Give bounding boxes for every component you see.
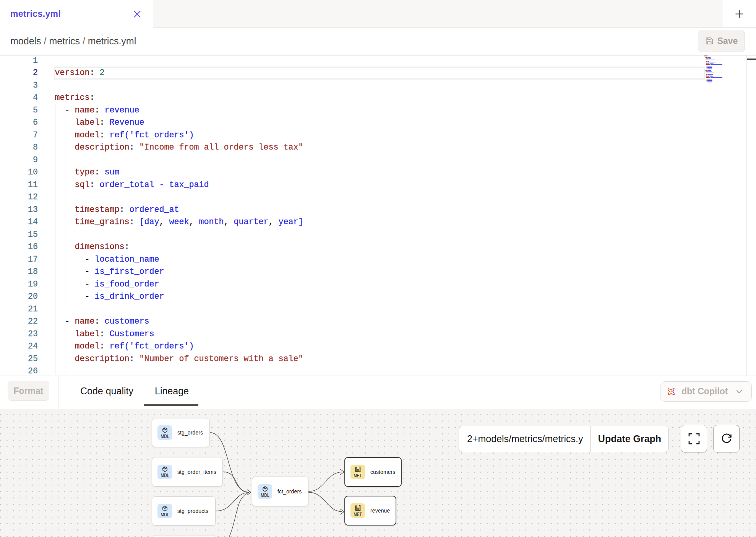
svg-text:MDL: MDL: [161, 473, 169, 477]
svg-text:MET: MET: [354, 473, 362, 478]
svg-text:MDL: MDL: [161, 434, 169, 438]
svg-text:MET: MET: [354, 512, 362, 516]
svg-text:MDL: MDL: [161, 512, 169, 517]
svg-text:MDL: MDL: [261, 493, 269, 497]
